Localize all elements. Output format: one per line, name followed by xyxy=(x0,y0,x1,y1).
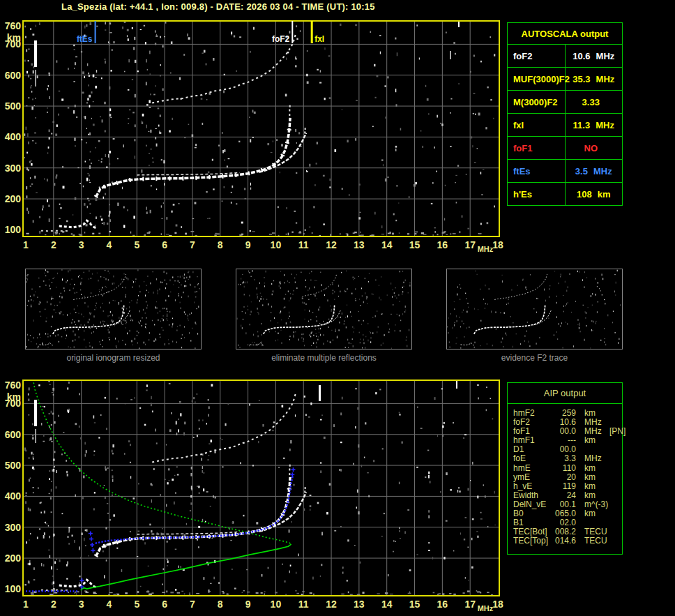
aip-param: Ewidth xyxy=(513,491,552,500)
aip-param: TEC[Top] xyxy=(513,536,552,546)
aip-unit: km xyxy=(576,491,607,500)
aip-note xyxy=(607,409,622,418)
autoscala-param: ftEs xyxy=(508,160,566,183)
svg-text:600: 600 xyxy=(5,429,22,440)
autoscala-row: M(3000)F2 3.33 xyxy=(508,91,623,114)
svg-text:11: 11 xyxy=(298,599,309,610)
autoscala-value: 35.3 xyxy=(572,74,590,84)
autoscala-row: foF1 NO xyxy=(508,137,623,160)
aip-value: 014.6 xyxy=(552,536,576,546)
svg-text:9: 9 xyxy=(245,239,251,250)
svg-text:13: 13 xyxy=(354,239,365,250)
autoscala-value: NO xyxy=(584,143,598,153)
svg-text:100: 100 xyxy=(5,224,22,235)
svg-text:760: 760 xyxy=(5,20,22,31)
svg-text:8: 8 xyxy=(218,599,223,610)
aip-value: 20 xyxy=(552,473,576,482)
autoscala-unit: MHz xyxy=(596,120,614,130)
svg-text:300: 300 xyxy=(5,163,22,174)
svg-text:3: 3 xyxy=(79,239,84,250)
svg-text:17: 17 xyxy=(464,239,476,250)
aip-note xyxy=(607,473,622,482)
svg-text:10: 10 xyxy=(271,239,282,250)
svg-text:MHz: MHz xyxy=(478,604,494,613)
svg-text:15: 15 xyxy=(409,239,420,250)
svg-text:12: 12 xyxy=(326,239,337,250)
aip-unit: TECU xyxy=(576,536,607,546)
aip-row: ymE20km xyxy=(513,473,622,482)
thumbnail-no-multiples: eliminate multiple reflections xyxy=(236,269,412,363)
aip-note xyxy=(607,464,622,473)
svg-text:3: 3 xyxy=(79,599,84,610)
svg-text:500: 500 xyxy=(5,100,22,112)
aip-value: 3.3 xyxy=(552,454,576,463)
svg-text:18: 18 xyxy=(492,239,503,250)
thumbnail-caption-no-multiples: eliminate multiple reflections xyxy=(236,353,412,363)
aip-note xyxy=(607,436,622,445)
autoscala-unit: km xyxy=(598,189,611,200)
svg-text:2: 2 xyxy=(51,239,56,250)
autoscala-param: MUF(3000)F2 xyxy=(508,68,566,91)
svg-text:10: 10 xyxy=(271,599,282,610)
aip-row: foE3.3MHz xyxy=(513,454,622,463)
thumbnail-f2-evidence-image xyxy=(446,269,623,350)
aip-row: h_vE119km xyxy=(513,482,622,491)
thumbnail-caption-original: original ionogram resized xyxy=(25,353,202,363)
aip-param: foE xyxy=(513,454,552,463)
autoscala-unit: MHz xyxy=(596,74,615,84)
svg-text:km: km xyxy=(7,391,21,403)
aip-note xyxy=(607,509,622,518)
svg-text:18: 18 xyxy=(492,599,503,610)
autoscala-value: 108 xyxy=(577,189,592,200)
aip-note xyxy=(607,536,622,546)
svg-text:1: 1 xyxy=(23,599,29,610)
aip-row: TEC[Top]014.6TECU xyxy=(513,536,622,546)
thumbnail-f2-evidence: evidence F2 trace xyxy=(446,269,623,363)
autoscala-param: foF2 xyxy=(508,45,566,68)
svg-text:5: 5 xyxy=(134,239,139,250)
aip-param: hmE xyxy=(513,464,552,473)
autoscala-value: 10.6 xyxy=(572,51,590,61)
thumbnail-original: original ionogram resized xyxy=(25,269,202,363)
thumbnail-caption-f2-evidence: evidence F2 trace xyxy=(446,353,623,363)
aip-unit: km xyxy=(576,464,607,473)
autoscala-unit: MHz xyxy=(593,166,612,176)
svg-text:6: 6 xyxy=(162,239,167,250)
aip-rows: hmF2259km foF210.6MHz foF100.0MHz[PN] hm… xyxy=(508,404,622,546)
svg-text:4: 4 xyxy=(107,239,112,250)
svg-text:100: 100 xyxy=(5,583,22,594)
svg-text:2: 2 xyxy=(51,599,56,610)
svg-text:400: 400 xyxy=(5,490,22,502)
svg-text:km: km xyxy=(7,32,21,43)
aip-panel-title: AIP output xyxy=(508,383,622,404)
aip-note xyxy=(607,445,622,454)
svg-text:500: 500 xyxy=(5,460,22,471)
autoscala-param: M(3000)F2 xyxy=(508,91,566,114)
aip-unit: MHz xyxy=(576,454,607,463)
aip-row: hmE110km xyxy=(513,464,622,473)
aip-note xyxy=(607,482,622,491)
autoscala-param: fxI xyxy=(508,114,566,137)
svg-text:12: 12 xyxy=(326,599,337,610)
aip-value: 24 xyxy=(552,491,576,500)
autoscala-row: MUF(3000)F2 35.3MHz xyxy=(508,68,623,91)
svg-text:7: 7 xyxy=(190,599,195,610)
svg-text:15: 15 xyxy=(409,599,420,610)
svg-text:200: 200 xyxy=(5,193,22,204)
svg-text:200: 200 xyxy=(5,553,22,564)
svg-text:7: 7 xyxy=(190,239,195,250)
autoscala-param: h'Es xyxy=(508,183,566,206)
aip-output-panel: AIP output hmF2259km foF210.6MHz foF100.… xyxy=(507,382,623,555)
autoscala-value: 3.33 xyxy=(582,97,600,107)
svg-text:17: 17 xyxy=(464,599,476,610)
svg-text:8: 8 xyxy=(218,239,223,250)
autoscala-unit: MHz xyxy=(596,51,615,61)
aip-note xyxy=(607,527,622,536)
svg-text:14: 14 xyxy=(381,239,393,250)
autoscala-row: fxI 11.3MHz xyxy=(508,114,623,137)
autoscala-value: 11.3 xyxy=(573,120,591,130)
aip-unit: km xyxy=(576,436,607,445)
svg-text:760: 760 xyxy=(5,380,22,391)
svg-text:13: 13 xyxy=(354,599,365,610)
autoscala-value: 3.5 xyxy=(575,166,588,176)
